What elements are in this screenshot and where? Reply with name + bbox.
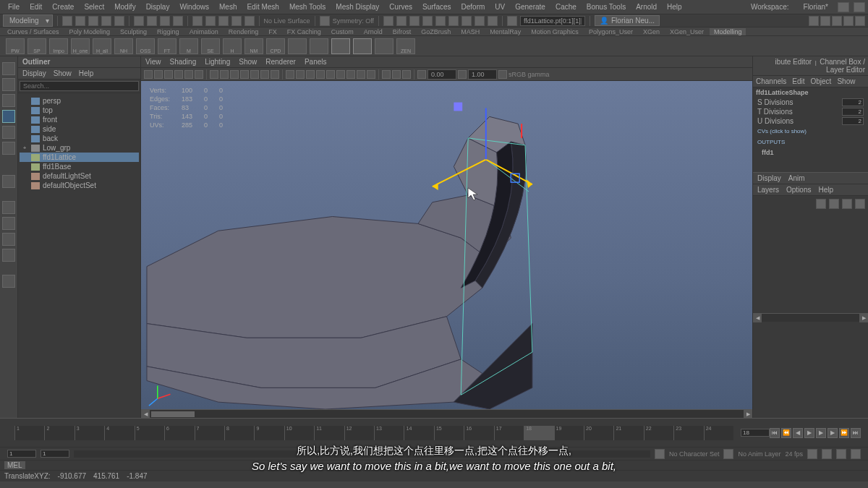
- pause-icon[interactable]: [488, 16, 498, 26]
- tree-item-persp[interactable]: persp: [20, 96, 139, 106]
- shelf-btn-ft[interactable]: FT: [158, 38, 176, 54]
- tick-current[interactable]: 18: [524, 426, 553, 440]
- vp-menu-shading[interactable]: Shading: [170, 58, 197, 66]
- menu-editmesh[interactable]: Edit Mesh: [242, 3, 284, 11]
- shelf-tab-gozbrush[interactable]: GoZBrush: [417, 28, 455, 35]
- menu-help[interactable]: Help: [662, 3, 687, 11]
- tick[interactable]: 13: [374, 426, 404, 440]
- shelf-tab-xgen[interactable]: XGen: [639, 28, 664, 35]
- shelf-btn-13[interactable]: [288, 38, 307, 54]
- menu-select[interactable]: Select: [79, 3, 109, 11]
- layout-four-icon[interactable]: [2, 217, 15, 230]
- snap-grid-icon[interactable]: [173, 16, 183, 26]
- vp-field-chart-icon[interactable]: [250, 70, 259, 79]
- shelf-tab-sculpt[interactable]: Sculpting: [116, 28, 151, 35]
- move-tool-icon[interactable]: [2, 110, 15, 123]
- shelf-tab-fxcache[interactable]: FX Caching: [283, 28, 326, 35]
- tick[interactable]: 11: [314, 426, 344, 440]
- step-fwd-key-icon[interactable]: ⏩: [839, 428, 849, 438]
- shelf-tab-rigging[interactable]: Rigging: [153, 28, 184, 35]
- menu-meshtools[interactable]: Mesh Tools: [284, 3, 331, 11]
- vp-image-plane-icon[interactable]: [174, 70, 183, 79]
- menu-edit[interactable]: Edit: [25, 3, 47, 11]
- vp-xray-joints-icon[interactable]: [402, 70, 411, 79]
- ch-menu-edit[interactable]: Edit: [792, 77, 804, 85]
- tool-settings-icon[interactable]: [843, 16, 854, 26]
- tick[interactable]: 14: [404, 426, 433, 440]
- select-tool-icon[interactable]: [2, 62, 15, 75]
- shelf-btn-15[interactable]: [331, 38, 350, 54]
- shelf-btn-hone[interactable]: H_one: [71, 38, 90, 54]
- layer-moveup-icon[interactable]: [816, 199, 826, 209]
- axis-cube-z-icon[interactable]: [454, 103, 462, 111]
- menu-meshdisplay[interactable]: Mesh Display: [331, 3, 384, 11]
- menu-windows[interactable]: Windows: [174, 3, 214, 11]
- layer-menu-help[interactable]: Help: [818, 186, 833, 194]
- render-icon[interactable]: [396, 16, 407, 26]
- workspace-dropdown-icon[interactable]: [838, 2, 849, 12]
- save-scene-icon[interactable]: [88, 16, 98, 26]
- light-editor-icon[interactable]: [461, 16, 472, 26]
- step-back-icon[interactable]: ◀: [793, 428, 803, 438]
- redo-icon[interactable]: [114, 16, 124, 26]
- hypershade-icon[interactable]: [435, 16, 446, 26]
- layer-movedown-icon[interactable]: [829, 199, 839, 209]
- right-scrollbar[interactable]: ◀ ▶: [753, 313, 868, 322]
- shelf-tab-curves[interactable]: Curves / Surfaces: [3, 28, 64, 35]
- menu-uv[interactable]: UV: [490, 3, 510, 11]
- anim-layer-dropdown[interactable]: No Anim Layer: [738, 450, 780, 458]
- set-key-icon[interactable]: [822, 449, 832, 459]
- menu-modify[interactable]: Modify: [109, 3, 140, 11]
- tree-item-ffd1lattice[interactable]: ffd1Lattice: [20, 153, 139, 162]
- paint-tool-icon[interactable]: [2, 94, 15, 107]
- step-fwd-icon[interactable]: ▶: [827, 428, 838, 438]
- shelf-btn-zen[interactable]: ZEN: [396, 38, 415, 54]
- range-start-field[interactable]: [7, 450, 36, 458]
- menu-file[interactable]: File: [3, 3, 25, 11]
- tick[interactable]: 20: [584, 426, 613, 440]
- tick[interactable]: 10: [284, 426, 314, 440]
- timeline-ruler[interactable]: 1 2 3 4 5 6 7 8 9 10 11 12 13 14 15 16 1…: [14, 426, 733, 440]
- tick[interactable]: 16: [464, 426, 493, 440]
- paint-select-icon[interactable]: [160, 16, 170, 26]
- shelf-tab-mentalray[interactable]: MentalRay: [485, 28, 525, 35]
- live-surface-label[interactable]: No Live Surface: [264, 17, 310, 25]
- undo-icon[interactable]: [101, 16, 111, 26]
- select-mode-icon[interactable]: [134, 16, 144, 26]
- shelf-tab-fx[interactable]: FX: [264, 28, 281, 35]
- mode-dropdown[interactable]: Modeling: [3, 14, 53, 27]
- shelf-tab-bifrost[interactable]: Bifrost: [388, 28, 416, 35]
- scroll-thumb[interactable]: [151, 411, 195, 417]
- prefs-icon[interactable]: [851, 449, 861, 459]
- attr-value[interactable]: [842, 117, 864, 125]
- menu-arnold[interactable]: Arnold: [631, 3, 662, 11]
- shape-name[interactable]: ffd1LatticeShape: [753, 87, 868, 98]
- vp-ao-icon[interactable]: [336, 70, 345, 79]
- shelf-btn-pw[interactable]: PW: [6, 38, 25, 54]
- snap-point-icon[interactable]: [205, 16, 216, 26]
- menu-surfaces[interactable]: Surfaces: [417, 3, 456, 11]
- tick[interactable]: 23: [673, 426, 703, 440]
- vp-xray-icon[interactable]: [392, 70, 401, 79]
- ch-menu-show[interactable]: Show: [837, 77, 855, 85]
- tick[interactable]: 12: [344, 426, 374, 440]
- ch-menu-object[interactable]: Object: [811, 77, 832, 85]
- vp-exposure-icon[interactable]: [417, 70, 426, 79]
- char-set-dropdown[interactable]: No Character Set: [669, 450, 720, 458]
- vp-grease-icon[interactable]: [195, 70, 203, 79]
- shelf-btn-m[interactable]: M: [179, 38, 198, 54]
- symmetry-label[interactable]: Symmetry: Off: [333, 17, 374, 25]
- shelf-tab-xgenuser[interactable]: XGen_User: [665, 28, 708, 35]
- outliner-search-input[interactable]: [20, 81, 139, 91]
- viewport-scrollbar[interactable]: ◀ ▶: [141, 409, 752, 418]
- vp-lights-icon[interactable]: [316, 70, 325, 79]
- tab-anim[interactable]: Anim: [788, 174, 805, 182]
- tab-attr-editor[interactable]: ibute Editor: [775, 58, 812, 66]
- tab-channel-box[interactable]: Channel Box / Layer Editor: [820, 58, 865, 74]
- vp-safe-title-icon[interactable]: [271, 70, 279, 79]
- open-scene-icon[interactable]: [75, 16, 85, 26]
- scale-tool-icon[interactable]: [2, 142, 15, 155]
- scroll-right-icon[interactable]: ▶: [859, 314, 868, 322]
- rotate-tool-icon[interactable]: [2, 126, 15, 139]
- ch-menu-channels[interactable]: Channels: [756, 77, 786, 85]
